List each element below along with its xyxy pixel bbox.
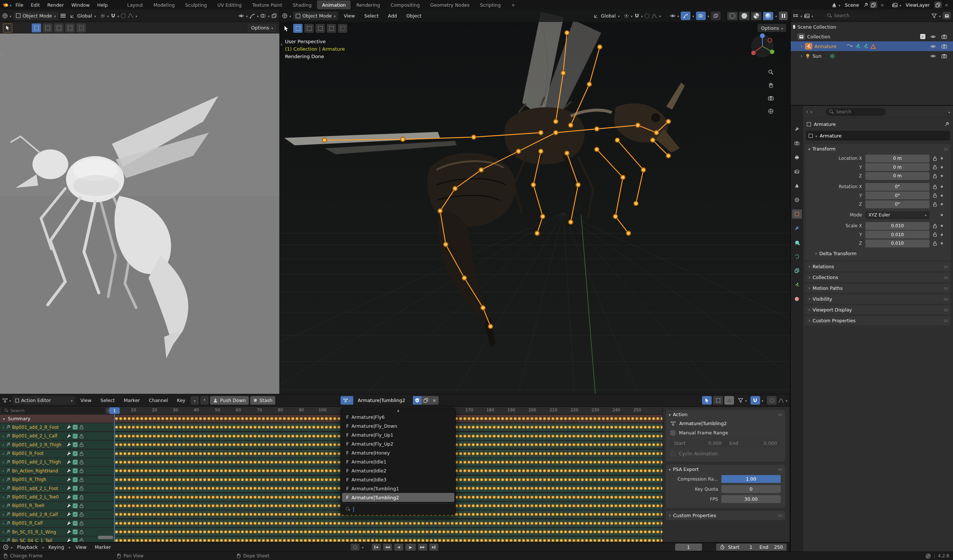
rotation-mode-dropdown[interactable]: XYZ Euler [865,211,930,219]
render-camera-icon[interactable] [941,43,947,49]
psa-export-header[interactable]: PSA Export [666,465,785,474]
dropdown-item[interactable]: FArmature|Fly_Up1 [342,430,454,439]
editor-type-chevron[interactable] [11,545,13,550]
modifier-wrench-icon[interactable] [67,486,71,491]
move-view-icon[interactable] [768,82,774,88]
menu-select[interactable]: Select [96,398,119,403]
lock-icon[interactable] [79,425,84,430]
animate-dot[interactable] [941,234,943,236]
end-frame-field[interactable]: End0.000 [726,440,781,446]
lock-icon[interactable] [933,165,937,170]
channel-name[interactable]: Bip001_R_Foot [12,451,65,456]
pivot-point-icon[interactable] [624,13,629,18]
dropdown-item[interactable]: FArmature|Idle3 [342,475,454,484]
drag-handle[interactable] [944,264,948,269]
animate-dot[interactable] [941,203,943,205]
only-errors-filter-button[interactable]: ⚠ [724,396,734,405]
menu-add[interactable]: Add [384,13,400,19]
editor-type-chevron[interactable] [289,13,291,19]
filter-chevron[interactable] [812,13,813,19]
modifier-wrench-icon[interactable] [67,495,71,500]
drag-handle[interactable] [778,467,782,472]
auto-keying-record-button[interactable] [351,544,360,551]
pause-render-button[interactable] [779,12,788,20]
animate-dot[interactable] [941,242,943,244]
editor-type-chevron[interactable] [9,398,11,403]
menu-marker[interactable]: Marker [120,398,144,403]
channel-row[interactable]: Bn_SC_04_C_1_Tail [0,537,115,542]
proportional-editing-icon[interactable] [121,13,126,18]
expand-icon[interactable] [801,53,803,59]
start-frame-field[interactable]: Start0.000 [670,440,725,446]
scene-name[interactable]: Scene [842,2,862,8]
channel-name[interactable]: Bip001_R_Toe0 [12,503,65,508]
add-workspace-button[interactable]: + [506,0,520,9]
channel-row[interactable]: Bip001_add_2_R_Foot [0,423,115,431]
cyclic-animation-checkbox[interactable] [670,451,675,456]
outliner-row-armature[interactable]: Armature [791,41,953,51]
jump-to-start-button[interactable]: ◀ [372,544,381,551]
collection-label[interactable]: Collection [807,34,830,40]
animate-dot[interactable] [941,166,943,169]
keying-set-chevron[interactable] [362,545,364,550]
dropdown-item-selected[interactable]: FArmature|Tumbling2 [342,493,454,502]
unlink-scene-button[interactable]: × [879,2,885,8]
pin-icon[interactable] [6,442,11,447]
toggle-ortho-icon[interactable] [768,108,774,114]
channel-keyframes[interactable] [115,537,663,542]
channel-name[interactable]: Bip001_R_Calf [12,520,65,526]
dopesheet-editor-icon[interactable] [2,398,8,403]
channel-name[interactable]: Bip001_add_2_L_Foot [12,486,65,491]
tab-sculpting[interactable]: Sculpting [180,0,211,9]
pin-icon[interactable] [6,460,11,465]
channel-row[interactable]: Bip001_R_Foot [0,450,115,458]
collections-panel[interactable]: Collections [805,273,951,282]
menu-object[interactable]: Object [402,13,425,19]
modifier-wrench-icon[interactable] [67,503,71,508]
outliner-search-input[interactable] [834,13,871,18]
lock-icon[interactable] [79,521,84,526]
transform-panel-header[interactable]: Transform [805,144,951,153]
remove-view-layer-button[interactable]: × [943,2,950,8]
funnel-chevron[interactable] [745,398,747,403]
pin-icon[interactable] [6,434,11,439]
menu-file[interactable]: File [12,1,27,9]
lock-icon[interactable] [79,468,84,473]
select-mode-intersect-button[interactable] [76,23,86,32]
network-offline-icon[interactable] [925,553,931,559]
modifier-wrench-icon[interactable] [67,477,71,482]
play-button[interactable]: ▶ [405,544,416,551]
rendered-insect-model[interactable] [280,10,790,394]
dropdown-item[interactable]: FArmature|Fly6 [342,413,454,421]
scale-z-field[interactable]: 0.010 [865,240,930,248]
pin-icon[interactable] [6,529,11,534]
dropdown-item[interactable]: FArmature|Fly_Up2 [342,439,454,448]
browse-action-button[interactable] [340,396,353,405]
render-camera-icon[interactable] [941,53,947,59]
motion-paths-panel[interactable]: Motion Paths [805,283,951,293]
tab-object-data[interactable] [792,280,802,289]
channel-horizontal-scrollbar[interactable] [98,536,113,539]
properties-options-chevron[interactable] [948,109,950,115]
tab-layout[interactable]: Layout [123,0,148,9]
tab-scripting[interactable]: Scripting [475,0,506,9]
nav-back-icon[interactable] [806,109,808,115]
channel-enable-checkbox[interactable] [73,495,78,500]
scroll-up-arrow[interactable]: ▲ [342,409,454,413]
viewport-right[interactable]: Object Mode View Select Add Object Globa… [280,10,790,394]
view-layer-name[interactable]: ViewLayer [903,2,933,8]
rotation-x-field[interactable]: 0° [865,183,930,191]
drag-handle[interactable] [944,307,948,312]
hide-eye-icon[interactable] [930,53,936,59]
location-z-field[interactable]: 0 m [865,172,930,180]
lock-icon[interactable] [79,460,84,465]
play-reverse-button[interactable]: ◀ [394,544,403,551]
channel-row[interactable]: Bip001_add_2_R_Thigh [0,441,115,449]
tab-modifiers[interactable] [792,224,802,233]
snap-chevron[interactable] [118,13,120,19]
channel-name[interactable]: Bip001_add_2_R_Calf [12,512,65,517]
falloff-chevron[interactable] [785,398,787,403]
scene-browse-chevron[interactable] [838,2,840,8]
channel-enable-checkbox[interactable] [73,460,78,465]
sidebar-custom-properties-panel[interactable]: Custom Properties [666,511,785,520]
